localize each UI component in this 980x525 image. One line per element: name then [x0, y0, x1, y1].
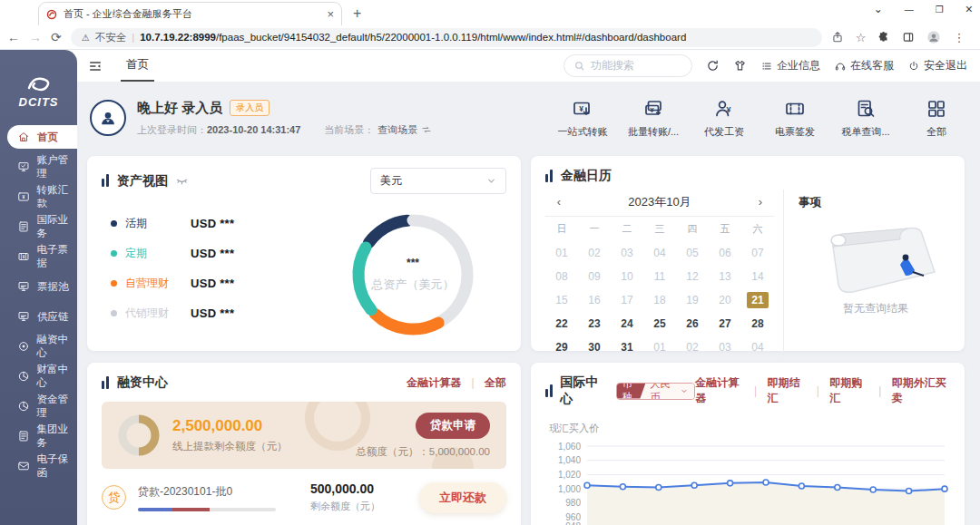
back-icon[interactable]: ← — [7, 30, 20, 44]
calendar-day[interactable]: 07 — [741, 241, 774, 265]
refresh-icon[interactable] — [706, 59, 720, 73]
calendar-day[interactable]: 28 — [741, 312, 774, 335]
eye-off-icon[interactable] — [175, 174, 189, 188]
data-point[interactable] — [691, 482, 697, 488]
calendar-day[interactable]: 16 — [578, 288, 611, 312]
quick-action-4[interactable]: 税单查询... — [840, 98, 891, 139]
extensions-icon[interactable] — [877, 31, 890, 44]
data-point[interactable] — [763, 480, 769, 485]
bookmark-star-icon[interactable]: ☆ — [856, 31, 867, 44]
calendar-prev-icon[interactable]: ‹ — [545, 195, 573, 209]
sidebar-item-2[interactable]: ¥转账汇款 — [7, 185, 77, 209]
page-tab-home[interactable]: 首页 — [121, 50, 154, 82]
calendar-day[interactable]: 01 — [643, 335, 676, 359]
reload-icon[interactable]: ⟳ — [51, 30, 62, 44]
calendar-day[interactable]: 15 — [545, 288, 578, 312]
sidebar-item-10[interactable]: 集团业务 — [7, 424, 77, 448]
calendar-day[interactable]: 24 — [611, 312, 643, 335]
financing-link-1[interactable]: 全部 — [485, 375, 506, 391]
calendar-next-icon[interactable]: › — [747, 195, 774, 209]
quick-action-5[interactable]: 全部 — [911, 98, 962, 139]
calendar-day[interactable]: 27 — [709, 312, 741, 335]
calendar-day[interactable]: 22 — [545, 312, 578, 335]
window-maximize-icon[interactable]: ❐ — [936, 5, 944, 15]
calendar-day[interactable]: 26 — [676, 312, 709, 335]
calendar-day[interactable]: 19 — [676, 288, 709, 312]
switch-scene-icon[interactable] — [421, 124, 432, 135]
calendar-day[interactable]: 20 — [709, 288, 741, 312]
collapse-menu-icon[interactable] — [88, 59, 103, 73]
data-point[interactable] — [942, 486, 947, 491]
sidebar-item-5[interactable]: 票据池 — [7, 275, 77, 298]
data-point[interactable] — [906, 489, 912, 494]
share-icon[interactable] — [831, 31, 844, 44]
header-action-1[interactable]: 在线客服 — [834, 58, 894, 73]
profile-avatar-icon[interactable] — [926, 30, 941, 44]
loan-apply-button[interactable]: 贷款申请 — [416, 413, 490, 439]
sidebar-item-6[interactable]: 供应链 — [7, 305, 77, 328]
calendar-day[interactable]: 25 — [643, 312, 676, 335]
calendar-day[interactable]: 08 — [545, 265, 578, 288]
currency-select[interactable]: 美元 — [370, 168, 506, 194]
calendar-day[interactable]: 01 — [545, 241, 578, 265]
tab-close-icon[interactable]: × — [327, 7, 334, 21]
data-point[interactable] — [728, 481, 733, 486]
calendar-day[interactable]: 06 — [709, 241, 741, 265]
intl-link-3[interactable]: 即期外汇买卖 — [892, 375, 950, 406]
calendar-day[interactable]: 23 — [578, 312, 611, 335]
calendar-day[interactable]: 03 — [611, 241, 643, 265]
header-action-2[interactable]: 安全退出 — [907, 58, 967, 73]
calendar-day[interactable]: 04 — [741, 335, 774, 359]
currency-filter[interactable]: 币种 人民币 — [616, 383, 696, 400]
sidebar-item-11[interactable]: 电子保函 — [7, 454, 77, 478]
theme-skin-icon[interactable] — [733, 59, 747, 73]
new-tab-button[interactable]: + — [353, 5, 361, 22]
intl-link-0[interactable]: 金融计算器 — [695, 375, 744, 406]
calendar-day[interactable]: 11 — [643, 265, 676, 288]
calendar-day-selected[interactable]: 21 — [741, 288, 774, 312]
sidebar-item-1[interactable]: 账户管理 — [7, 155, 77, 179]
calendar-day[interactable]: 18 — [643, 288, 676, 312]
quick-action-3[interactable]: 电票签发 — [769, 98, 820, 139]
intl-link-2[interactable]: 即期购汇 — [829, 375, 868, 406]
search-input[interactable]: 功能搜索 — [564, 54, 692, 77]
quick-action-1[interactable]: ¥批量转账/... — [628, 98, 679, 139]
quick-action-0[interactable]: ¥一站式转账 — [557, 98, 608, 139]
data-point[interactable] — [870, 487, 876, 492]
financing-link-0[interactable]: 金融计算器 — [407, 375, 461, 391]
sidebar-item-0[interactable]: 首页 — [7, 125, 77, 149]
sidebar-item-9[interactable]: 资金管理 — [7, 394, 77, 418]
calendar-day[interactable]: 14 — [741, 265, 774, 288]
window-minimize-icon[interactable]: — — [905, 5, 914, 15]
intl-link-1[interactable]: 即期结汇 — [768, 375, 807, 406]
data-point[interactable] — [620, 484, 625, 490]
data-point[interactable] — [584, 482, 590, 488]
header-action-0[interactable]: 企业信息 — [760, 58, 820, 73]
window-close-icon[interactable]: × — [965, 2, 973, 16]
sidebar-item-7[interactable]: 融资中心 — [7, 335, 77, 358]
calendar-day[interactable]: 13 — [709, 265, 741, 288]
calendar-day[interactable]: 09 — [578, 265, 611, 288]
sidebar-item-8[interactable]: 财富中心 — [7, 365, 77, 388]
data-point[interactable] — [656, 485, 662, 491]
calendar-day[interactable]: 29 — [545, 335, 578, 359]
window-restore-menu-icon[interactable]: ⌄ — [874, 3, 883, 15]
calendar-day[interactable]: 02 — [578, 241, 611, 265]
calendar-day[interactable]: 31 — [611, 335, 643, 359]
calendar-day[interactable]: 03 — [709, 335, 741, 359]
forward-icon[interactable]: → — [29, 30, 42, 44]
data-point[interactable] — [835, 485, 840, 491]
calendar-day[interactable]: 04 — [643, 241, 676, 265]
browser-tab[interactable]: 首页 - 企业综合金融服务平台 × — [38, 2, 342, 25]
repay-button[interactable]: 立即还款 — [419, 482, 506, 513]
calendar-day[interactable]: 02 — [676, 335, 709, 359]
calendar-day[interactable]: 17 — [611, 288, 643, 312]
menu-kebab-icon[interactable]: ⋮ — [953, 31, 965, 44]
quick-action-2[interactable]: ¥代发工资 — [699, 98, 750, 139]
sidebar-item-3[interactable]: 国际业务 — [7, 215, 77, 238]
current-scene[interactable]: 当前场景：查询场景 — [324, 123, 432, 137]
data-point[interactable] — [799, 483, 804, 489]
url-bar[interactable]: ⚠ 不安全 | 10.7.19.22:8999/fpaas_bucket/941… — [71, 28, 822, 47]
calendar-day[interactable]: 12 — [676, 265, 709, 288]
side-panel-icon[interactable] — [902, 31, 915, 44]
